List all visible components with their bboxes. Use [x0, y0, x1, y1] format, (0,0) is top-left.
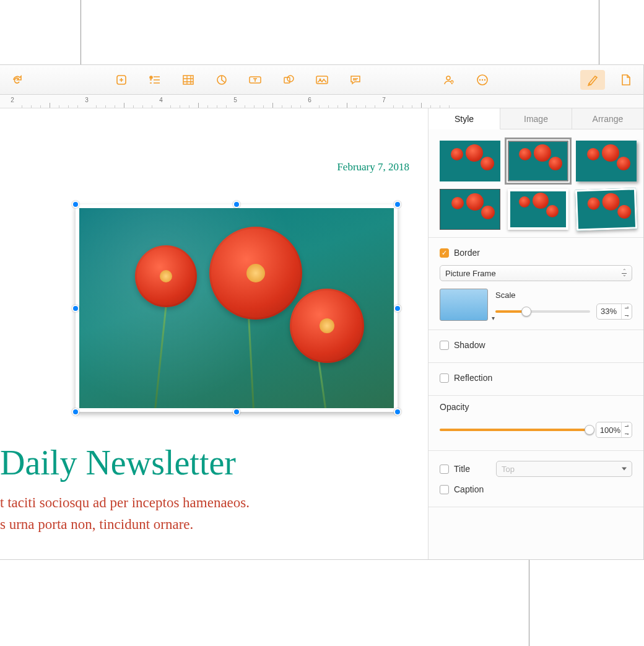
- shadow-section: Shadow: [429, 330, 643, 362]
- shape-button[interactable]: [276, 70, 301, 90]
- text-box-button[interactable]: [243, 70, 268, 90]
- resize-handle[interactable]: [394, 305, 401, 312]
- resize-handle[interactable]: [72, 408, 79, 416]
- table-button[interactable]: [176, 70, 201, 90]
- svg-point-12: [479, 79, 481, 80]
- scale-label: Scale: [495, 290, 632, 300]
- opacity-stepper[interactable]: 100% ⌃⌄: [596, 422, 632, 438]
- border-label: Border: [454, 248, 480, 258]
- border-checkbox[interactable]: ✓: [440, 248, 449, 258]
- resize-handle[interactable]: [233, 408, 240, 416]
- style-preset[interactable]: [508, 189, 568, 230]
- style-preset[interactable]: [576, 141, 637, 181]
- shadow-checkbox[interactable]: [440, 341, 449, 350]
- resize-handle[interactable]: [233, 201, 240, 208]
- toolbar: [0, 65, 643, 95]
- caption-label: Caption: [454, 484, 484, 494]
- svg-point-14: [484, 79, 485, 80]
- title-caption-section: Title Top Caption: [429, 450, 643, 507]
- style-preset[interactable]: [440, 189, 500, 230]
- add-page-button[interactable]: [109, 70, 134, 90]
- caption-checkbox[interactable]: [440, 485, 449, 494]
- format-sidebar: Style Image Arrange: [428, 108, 643, 559]
- svg-point-6: [287, 76, 294, 82]
- comment-button[interactable]: [343, 70, 368, 90]
- border-type-select[interactable]: Picture Frame: [440, 265, 632, 281]
- scale-value: 33%: [601, 307, 617, 316]
- sidebar-tabs: Style Image Arrange: [429, 108, 643, 129]
- tab-style[interactable]: Style: [429, 108, 500, 129]
- more-button[interactable]: [470, 70, 495, 90]
- title-position-value: Top: [502, 465, 515, 474]
- style-preset[interactable]: [508, 141, 568, 181]
- svg-rect-2: [183, 76, 193, 84]
- app-window: 234567 February 7, 2018: [0, 64, 644, 560]
- body-line: t taciti sociosqu ad per inceptos hamena…: [0, 492, 250, 514]
- resize-handle[interactable]: [394, 201, 401, 208]
- reflection-label: Reflection: [454, 373, 492, 383]
- document-button[interactable]: [614, 70, 638, 90]
- border-type-value: Picture Frame: [445, 269, 496, 278]
- opacity-section: Opacity 100% ⌃⌄: [429, 395, 643, 450]
- border-section: ✓ Border Picture Frame Scale: [429, 237, 643, 330]
- style-preset[interactable]: [440, 141, 500, 181]
- opacity-label: Opacity: [440, 402, 632, 412]
- scale-stepper[interactable]: 33% ⌃⌄: [596, 303, 632, 320]
- reflection-section: Reflection: [429, 362, 643, 395]
- document-canvas[interactable]: February 7, 2018: [0, 108, 428, 559]
- opacity-value: 100%: [600, 426, 620, 435]
- title-checkbox[interactable]: [440, 465, 449, 474]
- svg-point-9: [446, 76, 450, 80]
- media-button[interactable]: [310, 70, 334, 90]
- document-date[interactable]: February 7, 2018: [337, 161, 409, 173]
- body-line: s urna porta non, tincidunt ornare.: [0, 514, 250, 536]
- ruler[interactable]: 234567: [0, 95, 643, 108]
- callout-line: [599, 0, 599, 68]
- chart-button[interactable]: [209, 70, 234, 90]
- shadow-label: Shadow: [454, 340, 485, 350]
- document-body[interactable]: t taciti sociosqu ad per inceptos hamena…: [0, 492, 250, 535]
- tab-arrange[interactable]: Arrange: [572, 108, 643, 129]
- svg-point-13: [482, 79, 483, 80]
- insert-button[interactable]: [142, 70, 167, 90]
- resize-handle[interactable]: [394, 408, 401, 416]
- selected-image[interactable]: [76, 204, 398, 412]
- style-presets: [429, 129, 643, 237]
- style-preset[interactable]: [575, 188, 637, 230]
- title-label: Title: [454, 464, 491, 474]
- title-position-select[interactable]: Top: [496, 461, 632, 477]
- scale-slider[interactable]: [495, 310, 590, 313]
- frame-swatch[interactable]: [440, 289, 488, 321]
- redo-button[interactable]: [5, 70, 30, 90]
- format-button[interactable]: [580, 70, 605, 90]
- reflection-checkbox[interactable]: [440, 373, 449, 383]
- resize-handle[interactable]: [72, 201, 79, 208]
- image-frame: [76, 204, 398, 412]
- resize-handle[interactable]: [72, 305, 79, 312]
- opacity-slider[interactable]: [440, 429, 590, 431]
- tab-image[interactable]: Image: [500, 108, 572, 129]
- collaborate-button[interactable]: [437, 70, 461, 90]
- document-title[interactable]: Daily Newsletter: [0, 443, 236, 482]
